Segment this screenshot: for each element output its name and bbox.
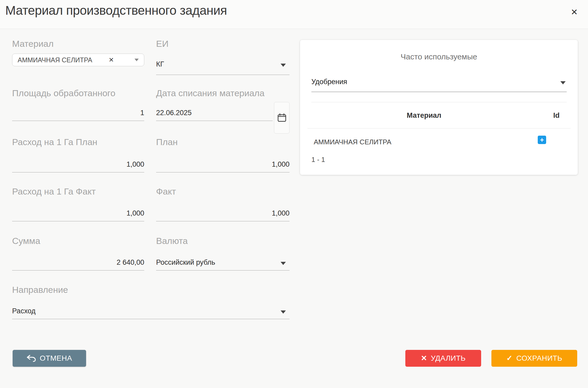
processed-area-input[interactable]: 1	[12, 104, 144, 121]
direction-value: Расход	[12, 307, 36, 315]
clear-icon[interactable]: ✕	[109, 56, 118, 64]
calendar-button[interactable]	[274, 102, 290, 134]
category-select[interactable]: Удобрения	[311, 69, 567, 92]
fact-label: Факт	[156, 186, 176, 197]
plan-label: План	[156, 137, 178, 147]
currency-value: Российский рубль	[156, 258, 215, 267]
rate-per-ha-fact-value: 1,000	[126, 209, 144, 217]
row-material-name: АММИАЧНАЯ СЕЛИТРА	[307, 138, 391, 146]
rate-per-ha-plan-label: Расход на 1 Га План	[12, 137, 97, 147]
direction-select[interactable]: Расход	[12, 302, 290, 319]
material-select[interactable]: АММИАЧНАЯ СЕЛИТРА ✕	[12, 54, 144, 66]
page-title: Материал производственного задания	[5, 3, 227, 18]
table-header: Материал Id	[307, 111, 571, 122]
plan-input[interactable]: 1,000	[156, 156, 290, 172]
material-task-dialog: Материал производственного задания ✕ Мат…	[0, 0, 588, 388]
category-value: Удобрения	[311, 78, 347, 86]
column-header-material[interactable]: Материал	[307, 111, 541, 120]
table-row: АММИАЧНАЯ СЕЛИТРА	[307, 135, 571, 149]
undo-icon	[27, 354, 36, 362]
processed-area-value: 1	[140, 109, 144, 117]
close-button[interactable]: ✕	[568, 6, 581, 18]
close-icon: ✕	[571, 7, 578, 17]
plus-icon: +	[540, 136, 544, 144]
cancel-button[interactable]: ОТМЕНА	[13, 350, 86, 367]
save-label: СОХРАНИТЬ	[516, 354, 562, 363]
sum-value: 2 640,00	[117, 258, 144, 267]
chevron-down-icon	[281, 64, 286, 67]
writeoff-date-label: Дата списания материала	[156, 88, 265, 98]
frequent-panel-title: Часто используемые	[300, 52, 578, 61]
unit-value: КГ	[156, 60, 164, 68]
material-value: АММИАЧНАЯ СЕЛИТРА	[18, 56, 92, 64]
rate-per-ha-plan-input[interactable]: 1,000	[12, 156, 144, 172]
fact-value: 1,000	[272, 209, 290, 217]
chevron-down-icon	[281, 310, 286, 314]
delete-label: УДАЛИТЬ	[431, 354, 466, 363]
chevron-down-icon[interactable]	[134, 59, 139, 61]
dialog-header: Материал производственного задания ✕	[0, 0, 588, 29]
unit-select[interactable]: КГ	[156, 54, 290, 75]
cancel-label: ОТМЕНА	[40, 354, 72, 363]
fact-input[interactable]: 1,000	[156, 205, 290, 221]
rate-per-ha-fact-label: Расход на 1 Га Факт	[12, 186, 96, 197]
rate-per-ha-plan-value: 1,000	[126, 160, 144, 169]
x-icon: ✕	[421, 355, 427, 362]
sum-label: Сумма	[12, 236, 40, 246]
pagination: 1 - 1	[311, 156, 325, 164]
rate-per-ha-fact-input[interactable]: 1,000	[12, 205, 144, 221]
column-header-id[interactable]: Id	[543, 111, 570, 120]
add-material-button[interactable]: +	[538, 136, 546, 144]
material-label: Материал	[12, 38, 54, 49]
writeoff-date-input[interactable]: 22.06.2025	[156, 104, 273, 121]
unit-label: ЕИ	[156, 38, 168, 49]
chevron-down-icon	[281, 262, 286, 265]
delete-button[interactable]: ✕ УДАЛИТЬ	[405, 350, 481, 367]
sum-input[interactable]: 2 640,00	[12, 254, 144, 270]
divider	[311, 102, 567, 102]
processed-area-label: Площадь обработанного	[12, 88, 115, 98]
check-icon: ✓	[506, 355, 513, 362]
currency-label: Валюта	[156, 236, 188, 246]
frequent-panel: Часто используемые Удобрения Материал Id…	[300, 40, 578, 175]
plan-value: 1,000	[272, 160, 290, 169]
calendar-icon	[277, 113, 287, 123]
divider	[307, 128, 571, 129]
currency-select[interactable]: Российский рубль	[156, 254, 290, 270]
chevron-down-icon	[560, 81, 566, 84]
direction-label: Направление	[12, 284, 68, 295]
save-button[interactable]: ✓ СОХРАНИТЬ	[491, 350, 577, 367]
writeoff-date-value: 22.06.2025	[156, 109, 192, 117]
